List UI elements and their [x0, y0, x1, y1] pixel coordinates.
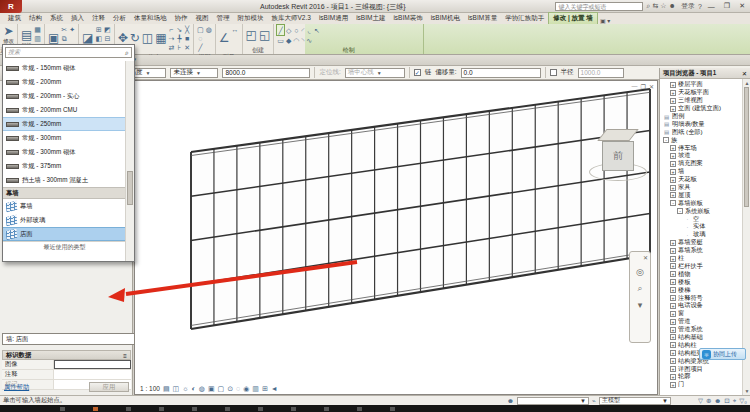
tab-overflow-icon[interactable]: ▣ ▾ — [600, 17, 610, 24]
expand-icon[interactable]: + — [670, 145, 676, 151]
temporary-hide-icon[interactable]: ◌ — [236, 385, 240, 392]
join-icon[interactable]: ⊞ — [95, 25, 102, 34]
type-properties-icon[interactable]: ▦ — [34, 25, 41, 34]
identity-value-field[interactable] — [54, 370, 131, 379]
navbar-expand-icon[interactable]: ▾ — [638, 300, 643, 310]
selection-count-icon[interactable]: ▽₀ — [739, 397, 747, 405]
expand-icon[interactable]: + — [670, 271, 676, 277]
split-icon[interactable]: ╳ — [184, 25, 190, 34]
design-option-combo[interactable]: 主模型▼ — [599, 397, 671, 405]
tree-item-10[interactable]: +填充图案 — [660, 160, 750, 168]
reveal-hidden-icon[interactable]: ◉ — [243, 385, 249, 393]
type-search-input[interactable]: 搜索 ⌕ — [5, 47, 132, 58]
tree-item-24[interactable]: +植物 — [660, 270, 750, 278]
type-option-0[interactable]: 常规 - 150mm 砌体 — [3, 61, 126, 75]
exchange-apps-icon[interactable]: ⇆ — [652, 2, 658, 9]
split-face-icon[interactable]: ◩ — [104, 25, 111, 34]
expand-icon[interactable]: + — [670, 153, 676, 159]
match-props-icon[interactable]: ✦ — [69, 25, 75, 34]
collapse-icon[interactable]: - — [677, 208, 683, 214]
sync-upload-button[interactable]: ⚛ 协同上传 — [699, 348, 746, 360]
create-group-icon[interactable]: ◰ — [246, 29, 257, 42]
ribbon-tab-9[interactable]: 管理 — [213, 13, 234, 24]
expand-icon[interactable]: + — [670, 192, 676, 198]
scale-icon[interactable]: ↘ — [176, 25, 182, 34]
draw-line-icon[interactable]: ╱ — [277, 25, 284, 35]
expand-icon[interactable]: + — [670, 303, 676, 309]
tree-item-32[interactable]: +结构基础 — [660, 334, 750, 342]
tree-item-8[interactable]: +停车场 — [660, 144, 750, 152]
project-browser-close-icon[interactable]: ✕ — [742, 70, 747, 77]
tree-item-12[interactable]: +天花板 — [660, 176, 750, 184]
identity-value-field[interactable] — [54, 360, 131, 369]
ribbon-tab-5[interactable]: 分析 — [109, 13, 130, 24]
mirror-icon[interactable]: ◫ — [142, 32, 153, 45]
ribbon-tab-17[interactable]: 学协汇族助手 — [501, 13, 548, 24]
type-option-11[interactable]: 外部玻璃 — [3, 213, 126, 227]
shadows-icon[interactable]: ◐ — [192, 385, 196, 392]
tree-item-38[interactable]: +门 — [660, 381, 750, 389]
draw-polygon-circumscribed-icon[interactable]: ◆ — [286, 35, 291, 45]
ribbon-tab-12[interactable]: isBIM通用 — [315, 13, 352, 24]
expand-icon[interactable]: + — [670, 106, 676, 112]
expand-icon[interactable]: + — [670, 287, 676, 293]
taskbar-app-icon-2[interactable] — [126, 407, 131, 411]
expand-icon[interactable]: + — [670, 334, 676, 340]
crop-view-icon[interactable]: ▣ — [208, 385, 215, 393]
ribbon-tab-active[interactable]: 修改 | 放置 墙 — [548, 12, 598, 24]
tree-item-31[interactable]: +管道系统 — [660, 326, 750, 334]
steering-wheel-icon[interactable]: ◎ — [636, 267, 644, 277]
drawing-area[interactable]: — ❐ ✕ 前 ✕◎⌕▾ — [134, 80, 658, 395]
help-icon[interactable]: ? — [698, 3, 702, 10]
expand-icon[interactable]: + — [670, 240, 676, 246]
dimension-icon[interactable]: ↔ — [232, 25, 239, 34]
linework-icon[interactable]: ╱ — [197, 43, 204, 52]
hide-icon[interactable]: ◌ — [197, 34, 204, 43]
filter-icon[interactable]: ▽ — [698, 397, 703, 405]
editable-filter-icon[interactable]: ⌁ — [592, 397, 596, 405]
taskbar-app-icon-4[interactable] — [192, 407, 197, 411]
measure-icon[interactable]: ∠ — [219, 32, 230, 45]
expand-icon[interactable]: + — [670, 263, 676, 269]
tree-item-29[interactable]: +窗 — [660, 310, 750, 318]
ribbon-tab-14[interactable]: isBIM装饰 — [389, 13, 426, 24]
taskbar-app-icon-8[interactable] — [324, 407, 329, 411]
close-button[interactable]: ✕ — [736, 2, 748, 10]
taskbar-app-icon-3[interactable] — [159, 407, 164, 411]
type-option-6[interactable]: 常规 - 300mm 砌体 — [3, 145, 126, 159]
taskbar-app-icon-5[interactable] — [225, 407, 230, 411]
expand-icon[interactable]: + — [670, 248, 676, 254]
ribbon-tab-4[interactable]: 注释 — [88, 13, 109, 24]
ribbon-tab-7[interactable]: 协作 — [171, 13, 192, 24]
offset-input[interactable]: 0.0 — [461, 68, 541, 78]
modify-cursor-icon[interactable]: ➤修改 — [3, 25, 14, 45]
help-search-input[interactable]: 键入关键字或短语 — [555, 2, 643, 11]
ribbon-tab-15[interactable]: isBIM机电 — [427, 13, 464, 24]
apply-button[interactable]: 应用 — [89, 382, 129, 392]
expand-icon[interactable]: + — [670, 382, 676, 388]
search-binoculars-icon[interactable]: ⌕ — [646, 2, 650, 9]
navbar-close-icon[interactable]: ✕ — [643, 254, 648, 261]
viewcube-top-face[interactable] — [597, 129, 638, 141]
copy-icon[interactable]: ⧉ — [61, 34, 67, 43]
draw-rectangle-icon[interactable]: ▭ — [277, 35, 284, 45]
draw-pick-lines-icon[interactable]: ↖ — [314, 25, 320, 35]
cut-icon[interactable]: ✂ — [61, 25, 67, 34]
tree-item-7[interactable]: -族 — [660, 136, 750, 144]
height-input[interactable]: 8000.0 — [222, 68, 310, 78]
tree-item-22[interactable]: +柱 — [660, 255, 750, 263]
detail-level-icon[interactable]: ▤ — [163, 385, 170, 393]
draw-circle-icon[interactable]: ○ — [293, 25, 299, 35]
ribbon-tab-13[interactable]: isBIM土建 — [352, 13, 389, 24]
expand-icon[interactable]: + — [670, 82, 676, 88]
expand-icon[interactable]: + — [670, 311, 676, 317]
type-option-12[interactable]: 店面 — [3, 227, 126, 241]
scroll-up-icon[interactable]: ▲ — [743, 79, 750, 87]
tree-item-1[interactable]: +天花板平面 — [660, 89, 750, 97]
draw-arc-center-icon[interactable]: ◜ — [301, 25, 304, 35]
section-box-icon[interactable]: ▢ — [197, 25, 204, 34]
copy-move-icon[interactable]: ⇄ — [168, 43, 174, 52]
ribbon-tab-3[interactable]: 插入 — [67, 13, 88, 24]
draw-spline-icon[interactable]: ∿ — [306, 35, 312, 45]
visual-style-icon[interactable]: ◫ — [173, 385, 180, 393]
